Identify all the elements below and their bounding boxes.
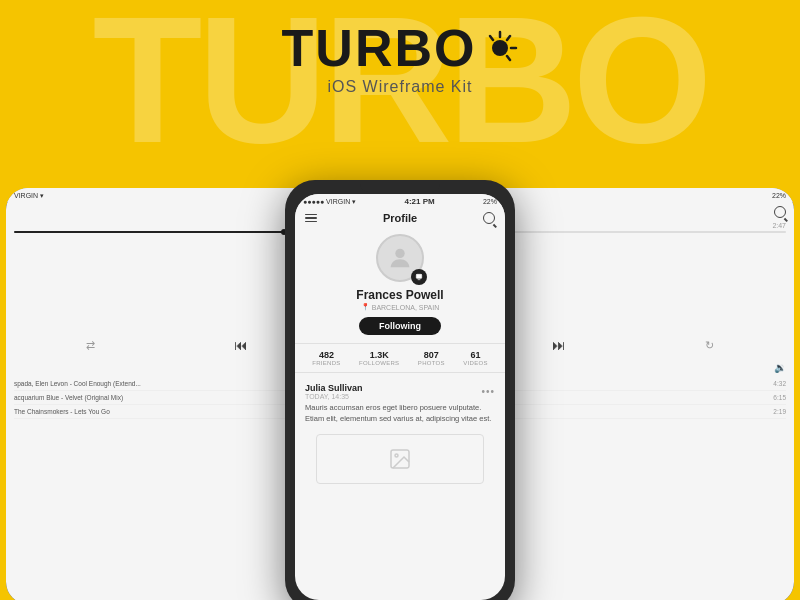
app-subtitle: iOS Wireframe Kit: [0, 78, 800, 96]
post-more-button[interactable]: •••: [481, 386, 495, 397]
videos-count: 61: [463, 350, 487, 360]
app-title: TURBO: [282, 22, 477, 74]
profile-avatar-section: Frances Powell 📍 BARCELONA, SPAIN Follow…: [295, 228, 505, 339]
profile-location: 📍 BARCELONA, SPAIN: [361, 303, 440, 311]
image-placeholder-box: [316, 434, 484, 484]
hamburger-line-2: [305, 217, 317, 219]
center-phone-screen: ●●●●● VIRGIN ▾ 4:21 PM 22% Profile: [295, 194, 505, 600]
hamburger-line-3: [305, 221, 317, 223]
phone-notch: [360, 180, 440, 192]
profile-navbar: Profile: [295, 208, 505, 228]
post-header: Julia Sullivan TODAY, 14:35 •••: [305, 383, 495, 400]
followers-count: 1.3K: [359, 350, 399, 360]
header: TURBO iOS Wireframe Kit: [0, 0, 800, 110]
profile-nav-title: Profile: [383, 212, 417, 224]
avatar-wrapper: [376, 234, 424, 282]
followers-label: FOLLOWERS: [359, 360, 399, 366]
message-button[interactable]: [411, 269, 427, 285]
svg-point-0: [492, 40, 508, 56]
photos-count: 807: [418, 350, 445, 360]
stat-followers: 1.3K FOLLOWERS: [359, 350, 399, 366]
post-author: Julia Sullivan: [305, 383, 363, 393]
center-status-bar: ●●●●● VIRGIN ▾ 4:21 PM 22%: [295, 194, 505, 208]
friends-label: FRIENDS: [312, 360, 340, 366]
sun-icon: [482, 30, 518, 66]
center-carrier: ●●●●● VIRGIN ▾: [303, 198, 356, 206]
stat-friends: 482 FRIENDS: [312, 350, 340, 366]
post-text: Mauris accumsan eros eget libero posuere…: [305, 403, 495, 424]
search-button[interactable]: [483, 212, 495, 224]
post-item: Julia Sullivan TODAY, 14:35 ••• Mauris a…: [295, 377, 505, 430]
post-author-block: Julia Sullivan TODAY, 14:35: [305, 383, 363, 400]
hamburger-line-1: [305, 214, 317, 216]
videos-label: VIDEOS: [463, 360, 487, 366]
profile-name: Frances Powell: [356, 288, 443, 302]
post-image-placeholder: [295, 430, 505, 488]
svg-line-5: [490, 36, 493, 40]
post-time: TODAY, 14:35: [305, 393, 363, 400]
profile-screen: ●●●●● VIRGIN ▾ 4:21 PM 22% Profile: [295, 194, 505, 600]
hamburger-menu[interactable]: [305, 214, 317, 223]
stat-photos: 807 PHOTOS: [418, 350, 445, 366]
center-battery: 22%: [483, 198, 497, 205]
svg-point-7: [395, 249, 404, 258]
svg-line-2: [507, 36, 510, 40]
location-pin-icon: 📍: [361, 303, 370, 311]
phone-center: ●●●●● VIRGIN ▾ 4:21 PM 22% Profile: [285, 180, 515, 600]
phones-showcase: 4:21 PM Profile avid Kelle BARCELONA, SP…: [0, 180, 800, 600]
svg-point-10: [395, 454, 398, 457]
friends-count: 482: [312, 350, 340, 360]
profile-stats: 482 FRIENDS 1.3K FOLLOWERS 807 PHOTOS 61…: [295, 343, 505, 373]
photos-label: PHOTOS: [418, 360, 445, 366]
following-button[interactable]: Following: [359, 317, 441, 335]
svg-line-4: [507, 56, 510, 60]
next-button[interactable]: ⏭: [552, 337, 566, 353]
center-time: 4:21 PM: [404, 197, 434, 206]
stat-videos: 61 VIDEOS: [463, 350, 487, 366]
image-icon: [388, 447, 412, 471]
location-text: BARCELONA, SPAIN: [372, 304, 440, 311]
